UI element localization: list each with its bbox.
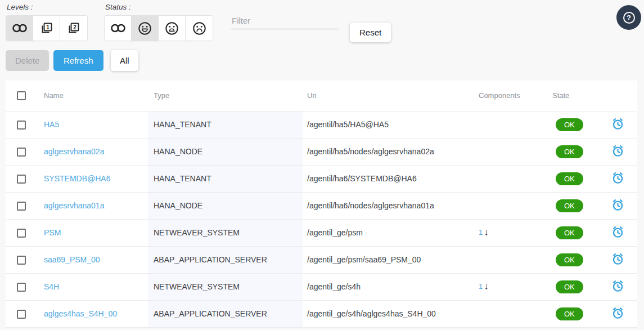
reset-button[interactable]: Reset: [350, 23, 391, 42]
type-cell: HANA_NODE: [148, 192, 303, 219]
status-label: Status :: [105, 3, 131, 11]
column-header-name: Name: [38, 81, 148, 111]
state-badge: OK: [556, 253, 583, 266]
table-header-row: Name Type Uri Components State: [6, 81, 637, 111]
table-row: aglges4has_S4H_00 ABAP_APPLICATION_SERVE…: [6, 300, 637, 327]
uri-cell: /agentil/ha5/nodes/aglgesrvhana02a: [303, 138, 474, 165]
levels-button-group: 12: [6, 15, 88, 41]
uri-cell: /agentil_ge/s4h: [303, 273, 474, 300]
help-icon: ?: [623, 12, 635, 24]
select-all-checkbox[interactable]: [17, 91, 26, 100]
table-row: HA5 HANA_TENANT /agentil/ha5/HA5@HA5 OK: [6, 111, 637, 138]
components-count-link[interactable]: 1: [479, 228, 483, 237]
column-header-components: Components: [474, 81, 550, 111]
type-cell: NETWEAVER_SYSTEM: [148, 219, 303, 246]
components-count-link[interactable]: 1: [479, 282, 483, 291]
refresh-button[interactable]: Refresh: [53, 50, 103, 71]
row-checkbox[interactable]: [17, 229, 26, 238]
alarm-clock-icon[interactable]: [611, 279, 624, 295]
infinity-icon: [110, 23, 127, 34]
unhappy-face-icon: [164, 21, 179, 36]
type-cell: ABAP_APPLICATION_SERVER: [148, 300, 303, 327]
all-button[interactable]: All: [111, 50, 138, 71]
alarm-clock-icon[interactable]: [611, 225, 624, 240]
svg-text:1: 1: [46, 24, 49, 30]
type-cell: NETWEAVER_SYSTEM: [148, 273, 303, 300]
infinity-toggle-button[interactable]: [105, 16, 132, 41]
level-2-toggle-button[interactable]: 2: [60, 16, 87, 41]
type-cell: ABAP_APPLICATION_SERVER: [148, 246, 303, 273]
name-link[interactable]: aglgesrvhana02a: [44, 147, 104, 156]
table-row: PSM NETWEAVER_SYSTEM /agentil_ge/psm 1↓ …: [6, 219, 637, 246]
expand-components-icon[interactable]: ↓: [484, 227, 489, 238]
happy-face-toggle-button[interactable]: [132, 16, 159, 41]
column-header-uri: Uri: [303, 81, 474, 111]
state-badge: OK: [556, 145, 583, 158]
name-link[interactable]: saa69_PSM_00: [44, 255, 100, 264]
row-checkbox[interactable]: [17, 121, 26, 130]
uri-cell: /agentil/ha5/HA5@HA5: [303, 111, 474, 138]
systems-table: Name Type Uri Components State HA5 HANA_…: [6, 81, 637, 328]
infinity-toggle-button[interactable]: [6, 16, 33, 41]
name-link[interactable]: S4H: [44, 282, 59, 291]
systems-monitor-page: Levels : 12 Status : Reset ? Delete Refr…: [0, 0, 644, 330]
state-badge: OK: [556, 307, 583, 320]
table-row: SYSTEMDB@HA6 HANA_TENANT /agentil/ha6/SY…: [6, 165, 637, 192]
unhappy-face-toggle-button[interactable]: [159, 16, 186, 41]
state-badge: OK: [556, 226, 583, 239]
happy-face-icon: [137, 21, 152, 36]
row-checkbox[interactable]: [17, 202, 26, 211]
state-badge: OK: [556, 280, 583, 293]
alarm-clock-icon[interactable]: [611, 144, 624, 159]
expand-components-icon[interactable]: ↓: [484, 281, 489, 292]
delete-button[interactable]: Delete: [6, 50, 49, 71]
filter-field-wrap: [231, 14, 339, 29]
name-link[interactable]: aglges4has_S4H_00: [44, 309, 117, 318]
table-row: S4H NETWEAVER_SYSTEM /agentil_ge/s4h 1↓ …: [6, 273, 637, 300]
alarm-clock-icon[interactable]: [611, 117, 624, 132]
column-header-state: State: [550, 81, 598, 111]
name-link[interactable]: aglgesrvhana01a: [44, 201, 104, 210]
uri-cell: /agentil_ge/psm/saa69_PSM_00: [303, 246, 474, 273]
name-link[interactable]: HA5: [44, 120, 59, 129]
uri-cell: /agentil_ge/s4h/aglges4has_S4H_00: [303, 300, 474, 327]
table-row: saa69_PSM_00 ABAP_APPLICATION_SERVER /ag…: [6, 246, 637, 273]
levels-label: Levels :: [7, 3, 33, 11]
state-badge: OK: [556, 172, 583, 185]
alarm-clock-icon[interactable]: [611, 252, 624, 267]
row-checkbox[interactable]: [17, 283, 26, 292]
filter-input[interactable]: [231, 14, 339, 29]
status-button-group: [104, 15, 213, 41]
type-cell: HANA_TENANT: [148, 111, 303, 138]
table-row: aglgesrvhana02a HANA_NODE /agentil/ha5/n…: [6, 138, 637, 165]
type-cell: HANA_NODE: [148, 138, 303, 165]
state-badge: OK: [556, 118, 583, 131]
state-badge: OK: [556, 199, 583, 212]
row-checkbox[interactable]: [17, 256, 26, 265]
type-cell: HANA_TENANT: [148, 165, 303, 192]
alarm-clock-icon[interactable]: [611, 306, 624, 322]
level-1-toggle-button[interactable]: 1: [33, 16, 60, 41]
uri-cell: /agentil/ha6/nodes/aglgesrvhana01a: [303, 192, 474, 219]
sad-face-toggle-button[interactable]: [186, 16, 213, 41]
uri-cell: /agentil/ha6/SYSTEMDB@HA6: [303, 165, 474, 192]
alarm-clock-icon[interactable]: [611, 171, 624, 186]
column-header-type: Type: [148, 81, 303, 111]
name-link[interactable]: SYSTEMDB@HA6: [44, 174, 110, 183]
svg-text:2: 2: [73, 24, 76, 30]
level-2-icon: 2: [66, 21, 81, 35]
row-checkbox[interactable]: [17, 148, 26, 157]
sad-face-icon: [192, 21, 207, 36]
alarm-clock-icon[interactable]: [611, 198, 624, 213]
level-1-icon: 1: [39, 21, 54, 35]
table-row: aglgesrvhana01a HANA_NODE /agentil/ha6/n…: [6, 192, 637, 219]
help-button[interactable]: ?: [616, 5, 641, 30]
row-checkbox[interactable]: [17, 310, 26, 319]
row-checkbox[interactable]: [17, 175, 26, 184]
uri-cell: /agentil_ge/psm: [303, 219, 474, 246]
name-link[interactable]: PSM: [44, 228, 61, 237]
infinity-icon: [11, 23, 28, 34]
